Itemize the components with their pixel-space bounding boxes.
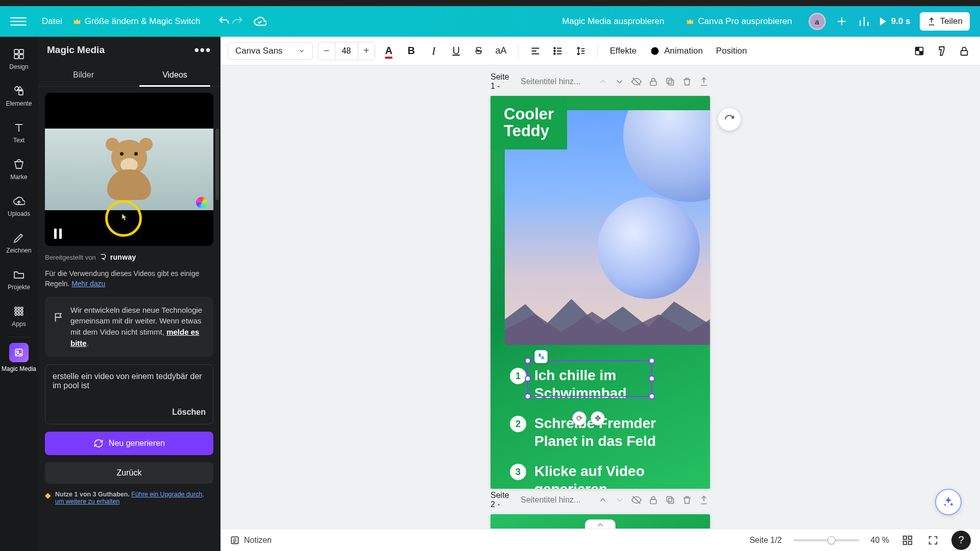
svg-rect-31	[667, 496, 672, 502]
show-pages-button[interactable]	[585, 519, 616, 529]
svg-rect-0	[14, 49, 18, 54]
bold-button[interactable]: B	[403, 42, 420, 60]
svg-rect-26	[651, 81, 657, 85]
copy-style-button[interactable]	[933, 42, 950, 60]
fullscreen-button[interactable]	[926, 533, 940, 547]
page-down-button[interactable]	[614, 74, 626, 89]
page-up-button[interactable]	[597, 74, 609, 89]
panel-scrollbar[interactable]	[215, 129, 219, 200]
page-lock-button[interactable]	[648, 74, 659, 89]
assistant-fab[interactable]	[935, 489, 962, 515]
page2-up-button[interactable]	[597, 493, 609, 507]
rail-apps[interactable]: Apps	[0, 298, 38, 335]
present-play-icon[interactable]	[880, 17, 886, 26]
file-menu[interactable]: Datei	[37, 13, 67, 30]
font-size-stepper[interactable]: − +	[318, 42, 375, 60]
font-size-plus[interactable]: +	[358, 42, 375, 60]
svg-point-6	[15, 307, 17, 309]
share-button[interactable]: Teilen	[920, 12, 970, 31]
page-delete-button[interactable]	[681, 74, 693, 89]
page-2-label: Seite 2 -	[491, 491, 516, 509]
doc-title[interactable]: Magic Media ausprobieren	[557, 13, 669, 30]
page2-export-button[interactable]	[698, 493, 710, 507]
page-counter[interactable]: Seite 1/2	[749, 536, 781, 545]
rail-elements[interactable]: Elemente	[0, 78, 38, 114]
design-page-1[interactable]: Cooler Teddy 1 Ich chille im Schwimmbad …	[491, 96, 710, 489]
undo-button[interactable]	[217, 15, 231, 28]
page2-delete-button[interactable]	[681, 493, 693, 507]
rules-more-link[interactable]: Mehr dazu	[71, 280, 105, 288]
strikethrough-button[interactable]: S	[470, 42, 487, 60]
svg-rect-27	[669, 80, 674, 85]
try-pro-button[interactable]: Canva Pro ausprobieren	[678, 13, 799, 30]
design-title-box[interactable]: Cooler Teddy	[491, 96, 567, 149]
help-button[interactable]: ?	[951, 531, 971, 550]
page2-visibility-button[interactable]	[631, 493, 643, 507]
back-button[interactable]: Zurück	[45, 462, 213, 484]
zoom-slider-thumb[interactable]	[827, 536, 836, 544]
add-collaborator-button[interactable]	[835, 15, 848, 28]
spacing-button[interactable]	[572, 42, 589, 60]
page-1-title-input[interactable]	[521, 77, 587, 86]
align-button[interactable]	[527, 42, 544, 60]
page-2-title-input[interactable]	[521, 495, 587, 505]
translate-badge[interactable]	[534, 350, 548, 363]
generated-video-preview[interactable]	[45, 93, 213, 246]
regenerate-button[interactable]: Neu generieren	[45, 432, 213, 455]
clear-prompt-button[interactable]: Löschen	[172, 408, 206, 417]
position-button[interactable]: Position	[712, 46, 751, 56]
step-2-text: Schreibe Fremder Planet in das Feld	[534, 414, 700, 450]
transparency-button[interactable]	[911, 42, 928, 60]
notes-button[interactable]: Notizen	[230, 535, 272, 545]
prompt-input[interactable]: erstelle ein video von einem teddybär de…	[45, 364, 213, 424]
cloud-sync-icon[interactable]	[253, 15, 266, 28]
effects-button[interactable]: Effekte	[606, 46, 641, 56]
rail-brand[interactable]: Marke	[0, 151, 38, 188]
tab-videos[interactable]: Videos	[129, 63, 220, 86]
avatar[interactable]: a	[808, 13, 826, 30]
font-family-select[interactable]: Canva Sans	[228, 42, 313, 60]
step-3-number: 3	[510, 464, 526, 480]
step-2[interactable]: 2 Schreibe Fremder Planet in das Feld	[510, 414, 700, 450]
font-size-input[interactable]	[335, 42, 358, 60]
page-export-button[interactable]	[698, 74, 710, 89]
italic-button[interactable]: I	[425, 42, 443, 60]
page-visibility-button[interactable]	[631, 74, 643, 89]
pause-button[interactable]	[54, 229, 62, 239]
text-case-button[interactable]: aA	[493, 42, 510, 60]
grid-view-button[interactable]	[900, 533, 915, 547]
underline-button[interactable]: U	[448, 42, 465, 60]
rail-uploads[interactable]: Uploads	[0, 188, 38, 224]
text-color-button[interactable]: A	[380, 42, 398, 60]
font-size-minus[interactable]: −	[318, 42, 335, 60]
rail-projects[interactable]: Projekte	[0, 261, 38, 298]
list-button[interactable]	[549, 42, 567, 60]
resize-magic-switch-button[interactable]: Größe ändern & Magic Switch	[67, 13, 206, 30]
refresh-element-button[interactable]	[718, 108, 741, 131]
step-3[interactable]: 3 Klicke auf Video generieren	[510, 462, 700, 489]
main-menu-button[interactable]	[10, 13, 27, 30]
page2-duplicate-button[interactable]	[665, 493, 676, 507]
canvas-area[interactable]: Seite 1 - Cooler Teddy 1 Ic	[220, 65, 980, 529]
move-handle[interactable]: ✥	[591, 411, 605, 425]
tab-images[interactable]: Bilder	[38, 63, 129, 86]
redo-button[interactable]	[231, 15, 244, 28]
insights-button[interactable]	[857, 15, 871, 28]
rail-draw[interactable]: Zeichnen	[0, 224, 38, 261]
rail-magic-media[interactable]: Magic Media	[0, 339, 38, 376]
zoom-slider[interactable]	[793, 539, 860, 541]
rotate-handle[interactable]: ⟳	[572, 411, 586, 425]
present-duration[interactable]: 9.0 s	[891, 16, 911, 27]
rail-design[interactable]: Design	[0, 41, 38, 78]
animation-button[interactable]: Animation	[646, 46, 707, 56]
page-duplicate-button[interactable]	[665, 74, 676, 89]
selection-frame[interactable]	[527, 360, 652, 397]
page2-down-button[interactable]	[614, 493, 626, 507]
cursor-highlight-ring	[105, 200, 142, 237]
page2-lock-button[interactable]	[648, 493, 659, 507]
rail-text[interactable]: Text	[0, 114, 38, 151]
zoom-value[interactable]: 40 %	[871, 536, 889, 545]
lock-button[interactable]	[955, 42, 973, 60]
svg-rect-3	[19, 55, 23, 59]
page-1-header: Seite 1 -	[491, 67, 710, 96]
